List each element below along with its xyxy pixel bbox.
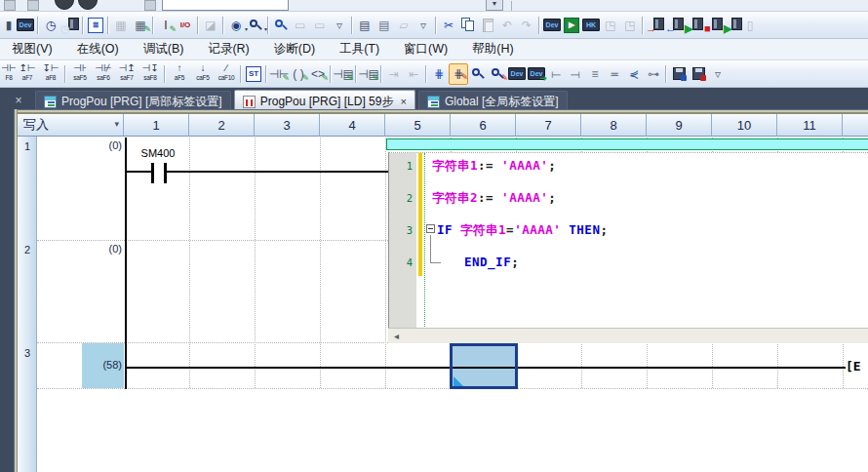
toolbar-overflow-icon[interactable]: ▿	[708, 63, 728, 85]
menu-item[interactable]: 诊断(D)	[268, 39, 321, 59]
read-from-plc-icon[interactable]: ←	[665, 15, 685, 36]
intelligent-module-icon[interactable]: ▤	[355, 15, 375, 36]
device-find-icon[interactable]: ▾	[246, 15, 265, 36]
st-code-line[interactable]: 字符串1:= 'AAAA';	[426, 158, 865, 176]
device-memory-icon[interactable]: ▦	[111, 15, 131, 36]
menu-item[interactable]: 记录(R)	[202, 39, 255, 59]
fold-minus-icon[interactable]	[426, 224, 435, 233]
edit-device-icon[interactable]: ⊣▤✎	[359, 63, 378, 85]
ladder-mode-cell[interactable]: 写入▾	[18, 114, 124, 137]
copy-icon[interactable]	[458, 15, 478, 36]
module-parameter-list-icon[interactable]: ≣	[86, 15, 105, 36]
zoom-combo-input[interactable]	[162, 0, 289, 11]
watch-window-icon[interactable]: ◉▾	[226, 15, 246, 36]
inline-st-header-band[interactable]	[386, 138, 868, 150]
st-horizontal-scrollbar[interactable]: ◂	[388, 328, 868, 343]
menu-item[interactable]: 帮助(H)	[466, 39, 519, 59]
edit-coil-icon[interactable]: ( )✎	[289, 63, 308, 85]
docked-panel-edge[interactable]	[0, 112, 14, 472]
statement-delete-icon[interactable]: ⇤	[404, 63, 423, 85]
window-next-icon[interactable]: ▭	[310, 15, 330, 36]
pou-prev-icon[interactable]: ⟝	[546, 63, 566, 85]
cross-ref-next-icon[interactable]: ◳	[620, 15, 640, 36]
menu-item[interactable]: 窗口(W)	[398, 39, 454, 59]
write-to-plc-icon[interactable]: →	[646, 15, 665, 36]
st-code-line[interactable]: IF 字符串1='AAAA' THEN;	[426, 222, 865, 240]
paste-icon[interactable]	[478, 15, 497, 36]
redo-icon[interactable]: ↷	[517, 15, 536, 36]
vertical-line-delete-icon[interactable]: ↓caF5	[191, 61, 215, 87]
cut-icon[interactable]: ✂	[439, 15, 458, 36]
ladder-edit-icon[interactable]: ⋕✎	[449, 63, 468, 85]
device-use-list-icon[interactable]: HK	[581, 15, 601, 36]
module-list-icon[interactable]: ▤	[375, 15, 394, 36]
close-pane-icon[interactable]: ×	[8, 94, 29, 107]
align-left-icon[interactable]: ≡	[585, 63, 605, 85]
rung-delete-icon[interactable]: ∕caF10	[215, 61, 238, 87]
contact-symbol[interactable]	[164, 163, 167, 183]
pou-next-icon[interactable]: ⟞	[566, 63, 585, 85]
cross-ref-prev-icon[interactable]: ◳	[601, 15, 620, 36]
st-code-line[interactable]: END_IF;	[426, 255, 865, 272]
contact-open-icon[interactable]: ⊣⊢F8	[2, 61, 16, 87]
parallel-falling-icon[interactable]: ⊣↧saF8	[138, 61, 162, 87]
device-memory-edit-icon[interactable]: ▦✎	[131, 15, 150, 36]
ladder-display-icon[interactable]: ⋕	[429, 63, 449, 85]
cross-reference-icon[interactable]: ⊶	[644, 63, 663, 85]
window-find-icon[interactable]	[271, 15, 291, 36]
edit-label-icon[interactable]: ⊣▤✎	[334, 63, 353, 85]
device-find-ladder-icon[interactable]: Dev	[507, 63, 527, 85]
menu-item[interactable]: 调试(B)	[138, 39, 190, 59]
inline-st-box-icon[interactable]: ST	[244, 63, 263, 85]
inline-st-box[interactable]: 字符串1:= 'AAAA';字符串2:= 'AAAA';IF 字符串1='AAA…	[388, 152, 868, 328]
partial-toolbar-icon[interactable]	[27, 0, 39, 11]
contact-rising-icon[interactable]: ↥⊢aF7	[16, 61, 39, 87]
monitor-write-icon[interactable]: ▶	[724, 15, 743, 36]
partial-toolbar-icon[interactable]	[144, 0, 156, 11]
partial-knob-icon[interactable]	[55, 0, 74, 10]
menu-item[interactable]: 视图(V)	[6, 39, 59, 59]
toolbar-overflow-icon[interactable]: ▿	[414, 15, 433, 36]
end-instruction[interactable]: [E	[846, 359, 861, 374]
device-search-icon[interactable]: Dev	[542, 15, 562, 36]
st-code-line[interactable]: 字符串2:= 'AAAA';	[426, 190, 865, 208]
window-prev-icon[interactable]: ▭	[291, 15, 310, 36]
contact-device-label[interactable]: SM400	[136, 147, 180, 159]
monitor-stop-icon[interactable]: ■	[704, 15, 724, 36]
menu-item[interactable]: 在线(O)	[71, 39, 125, 59]
partial-knob-icon[interactable]	[78, 0, 98, 10]
partial-toolbar-icon[interactable]	[4, 0, 16, 11]
mode-dropdown-icon[interactable]: ▾	[114, 119, 119, 129]
tab-close-icon[interactable]: ×	[400, 96, 406, 107]
plc-unit-icon[interactable]: ▮	[2, 15, 16, 36]
parallel-rising-icon[interactable]: ⊣↥saF7	[115, 61, 138, 87]
list-jump-icon[interactable]: ⋞	[624, 63, 644, 85]
zoom-find-icon[interactable]	[468, 63, 488, 85]
undo-icon[interactable]: ↶	[497, 15, 517, 36]
ladder-canvas[interactable]: 1 2 3 (0) (0) (58) SM400 字符串1:= 'AAAA';字…	[18, 137, 868, 472]
contact-symbol[interactable]	[151, 163, 154, 183]
save-ladder-icon[interactable]	[669, 63, 689, 85]
align-right-icon[interactable]: ≖	[605, 63, 624, 85]
edge-cut-icon[interactable]: ▯	[743, 15, 757, 36]
user-library-icon[interactable]: ▱	[394, 15, 414, 36]
contact-falling-icon[interactable]: ↧⊢aF8	[39, 61, 62, 87]
watch-monitor-icon[interactable]: ◷	[60, 15, 80, 36]
monitor-start-icon[interactable]: ▶	[685, 15, 704, 36]
menu-item[interactable]: 工具(T)	[334, 39, 385, 59]
statement-insert-icon[interactable]: ⇥	[384, 63, 404, 85]
scroll-left-icon[interactable]: ◂	[394, 331, 399, 341]
string-find-icon[interactable]: ▶	[562, 15, 581, 36]
parallel-contact-closed-icon[interactable]: ⊣⊬saF6	[92, 61, 115, 87]
dropdown-button[interactable]: ▼	[486, 0, 503, 11]
save-all-icon[interactable]	[689, 63, 708, 85]
zoom-edit-icon[interactable]: ✎	[488, 63, 507, 85]
device-jump-icon[interactable]: Dev➜	[527, 63, 546, 85]
stopwatch-icon[interactable]: ◷	[41, 15, 60, 36]
edit-contact-icon[interactable]: ⊣⊢✎	[269, 63, 289, 85]
vertical-line-draw-icon[interactable]: ↑aF5	[168, 61, 191, 87]
device-monitor-icon[interactable]: Dev	[16, 15, 35, 36]
device-comment-edit-icon[interactable]: I✎	[156, 15, 176, 36]
parallel-contact-icon[interactable]: ⊣⊦saF5	[68, 61, 92, 87]
edit-compare-icon[interactable]: <>✎	[308, 63, 328, 85]
